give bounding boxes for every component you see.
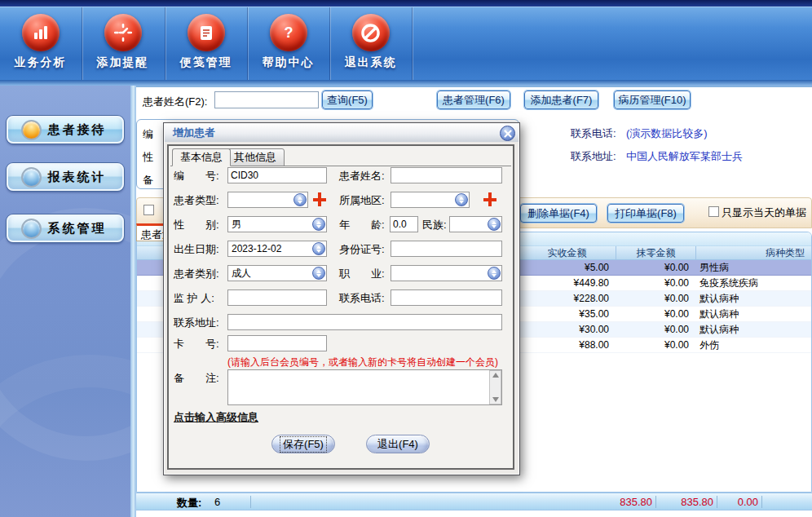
rounding-amount: ¥0.00 [616,277,695,289]
received-total: 835.80 [589,496,652,508]
dropdown-spinner-icon[interactable] [488,267,501,280]
tab-basic-info[interactable]: 基本信息 [172,148,231,166]
paid-total: 835.80 [662,496,713,508]
toolbar-item-label: 帮助中心 [248,55,329,70]
card-hint-text: (请输入后台会员编号，或者输入新的卡号将自动创建一个会员) [227,356,498,369]
dialog-title: 增加患者 [165,124,519,142]
contact-phone-label: 联系电话: [571,126,616,141]
print-receipt-button[interactable]: 打印单据(F8) [607,204,684,223]
occupation-label: 职 业: [339,267,385,281]
remark-textarea[interactable] [227,369,502,405]
exit-button[interactable]: 退出(F4) [366,435,430,453]
column-header-disease[interactable]: 病种类型 [695,246,811,260]
toolbar-item-business-analysis[interactable]: 业务分析 [0,11,81,78]
address-label: 联系地址: [174,316,219,330]
rounding-total: 0.00 [711,496,758,508]
today-only-checkbox[interactable] [708,206,719,217]
address-input[interactable] [227,314,502,330]
count-label: 数量: [177,496,201,510]
contact-address-value: 中国人民解放军某部士兵 [626,149,743,164]
add-patient-dialog: 增加患者 基本信息 其他信息 编 号: 患者姓名: 患者类型: 所属地区: [163,122,520,475]
add-patient-type-icon[interactable] [312,192,327,207]
guardian-label: 监 护 人: [174,291,214,306]
orb-icon [21,167,42,188]
save-button[interactable]: 保存(F5) [271,435,335,453]
birth-date-select[interactable]: 2023-12-02 [227,241,327,257]
rounding-amount: ¥0.00 [616,308,695,320]
partial-field-label: 性 [143,150,153,165]
phone-label: 联系电话: [339,291,385,306]
dropdown-spinner-icon[interactable] [455,193,468,206]
advanced-info-link[interactable]: 点击输入高级信息 [174,410,258,425]
sidebar-item-system-manage[interactable]: 系统管理 [7,214,124,242]
ethnic-select[interactable] [449,216,502,232]
dropdown-spinner-icon[interactable] [293,193,307,206]
toolbar-item-label: 业务分析 [0,55,81,70]
number-input[interactable] [227,167,327,183]
record-manage-button[interactable]: 病历管理(F10) [614,91,691,109]
sidebar-item-report-statistics[interactable]: 报表统计 [7,163,124,191]
phone-input[interactable] [391,289,502,306]
dropdown-spinner-icon[interactable] [488,218,501,231]
occupation-select[interactable] [391,265,502,281]
toolbar-item-label: 便笺管理 [165,55,246,70]
ethnic-label: 民族: [422,218,447,232]
gender-select[interactable]: 男 [227,216,327,232]
toolbar-item-note-manage[interactable]: 便笺管理 [165,11,246,78]
guardian-input[interactable] [227,289,327,306]
remark-scrollbar[interactable] [489,370,501,404]
age-input[interactable] [390,216,418,232]
partial-field-label: 编 [143,127,153,142]
patient-type-label: 患者类型: [174,193,219,208]
close-icon[interactable] [500,126,515,141]
toolbar-item-add-reminder[interactable]: 添加提醒 [82,11,163,78]
received-amount: ¥5.00 [518,262,616,273]
dropdown-spinner-icon[interactable] [312,242,325,255]
question-icon: ? [270,14,307,51]
sidebar-item-label: 报表统计 [42,170,113,185]
delete-receipt-button[interactable]: 删除单据(F4) [520,204,597,223]
toolbar-item-help-center[interactable]: ? 帮助中心 [248,11,329,78]
disease-type: 外伤 [695,338,811,352]
received-amount: ¥228.00 [518,293,616,304]
tab-other-info[interactable]: 其他信息 [226,148,285,166]
hidden-checkbox[interactable] [143,205,154,215]
dropdown-spinner-icon[interactable] [312,267,325,280]
patient-name-input[interactable] [214,91,319,108]
patient-manage-button[interactable]: 患者管理(F6) [437,91,510,109]
query-button[interactable]: 查询(F5) [322,91,373,109]
toolbar-bottom-edge [0,80,812,86]
birth-date-value: 2023-12-02 [232,243,281,254]
age-label: 年 龄: [339,218,385,232]
title-strip [0,0,812,7]
dropdown-spinner-icon[interactable] [312,218,325,231]
patient-name-label: 患者姓名: [339,169,385,183]
column-header-received[interactable]: 实收金额 [518,246,616,260]
patient-name-input[interactable] [391,167,502,183]
content-top-line [136,86,812,87]
id-card-input[interactable] [391,241,502,257]
sidebar-item-patient-reception[interactable]: 患者接待 [7,116,124,144]
sidebar-item-label: 系统管理 [42,221,113,236]
scroll-down-icon[interactable] [492,397,499,402]
sidebar: 患者接待 报表统计 系统管理 [0,86,130,517]
svg-text:?: ? [284,24,293,41]
region-select[interactable] [391,192,470,208]
column-header-rounding[interactable]: 抹零金额 [616,246,695,260]
card-number-input[interactable] [227,335,327,351]
note-icon [188,14,225,51]
gender-label: 性 别: [174,218,219,232]
clock-icon [104,14,142,51]
received-amount: ¥30.00 [518,324,616,335]
received-amount: ¥449.80 [518,277,616,289]
patient-type-select[interactable] [227,192,308,208]
card-number-label: 卡 号: [174,337,219,351]
received-amount: ¥35.00 [518,308,616,320]
category-select[interactable]: 成人 [227,265,327,281]
scroll-up-icon[interactable] [492,373,499,378]
toolbar-item-exit-system[interactable]: 退出系统 [330,11,411,78]
add-region-icon[interactable] [483,192,497,207]
add-patient-button[interactable]: 添加患者(F7) [524,91,598,109]
category-value: 成人 [232,267,251,279]
sidebar-splitter[interactable] [130,86,136,517]
